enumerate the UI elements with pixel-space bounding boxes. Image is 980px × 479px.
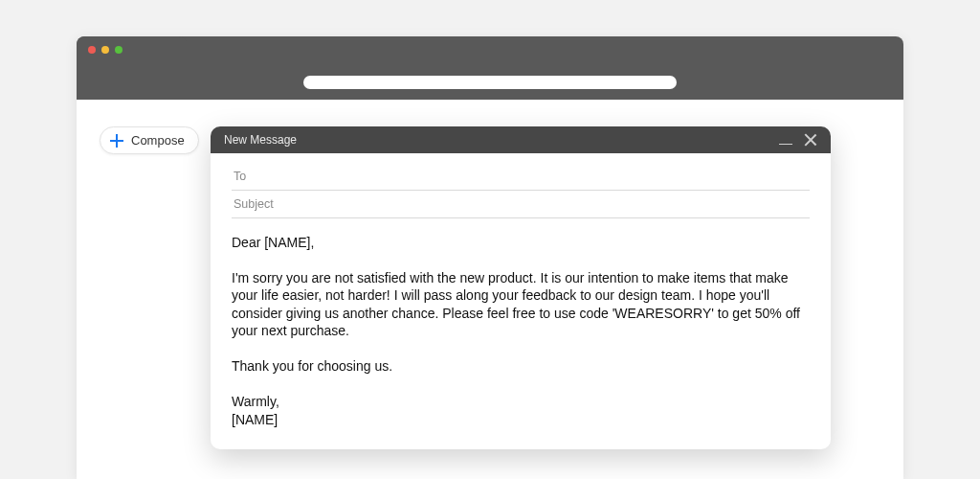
compose-header[interactable]: New Message bbox=[211, 126, 831, 153]
minimize-icon[interactable] bbox=[779, 133, 792, 147]
email-body-text[interactable]: Dear [NAME], I'm sorry you are not satis… bbox=[232, 234, 810, 428]
compose-window: New Message Dear [NAME], I'm sorry you a… bbox=[211, 126, 831, 449]
address-bar[interactable] bbox=[303, 76, 677, 89]
compose-body: Dear [NAME], I'm sorry you are not satis… bbox=[211, 153, 831, 449]
tab-strip bbox=[77, 36, 903, 65]
browser-window: Compose New Message Dear [NAME], I'm sor… bbox=[77, 36, 903, 479]
to-field[interactable] bbox=[232, 163, 810, 191]
window-controls bbox=[88, 46, 122, 54]
subject-field[interactable] bbox=[232, 191, 810, 218]
toolbar bbox=[77, 65, 903, 100]
plus-icon bbox=[110, 134, 123, 148]
maximize-window-icon[interactable] bbox=[115, 46, 122, 54]
compose-button[interactable]: Compose bbox=[100, 126, 199, 154]
close-icon[interactable] bbox=[804, 133, 817, 147]
page-content: Compose New Message Dear [NAME], I'm sor… bbox=[77, 100, 903, 479]
compose-button-label: Compose bbox=[131, 133, 185, 148]
minimize-window-icon[interactable] bbox=[101, 46, 109, 54]
compose-header-actions bbox=[779, 133, 817, 147]
close-window-icon[interactable] bbox=[88, 46, 96, 54]
compose-title: New Message bbox=[224, 133, 297, 147]
browser-tab[interactable] bbox=[77, 36, 187, 65]
